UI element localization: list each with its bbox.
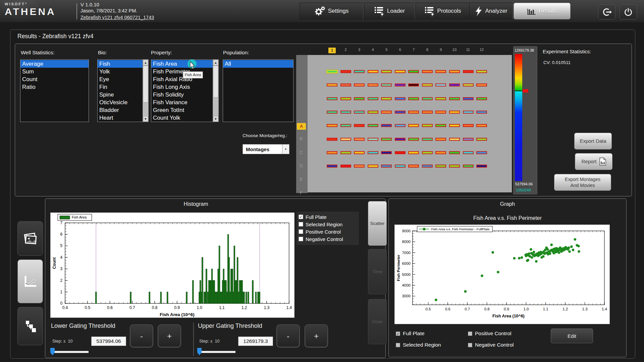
plate-well-A9[interactable] (435, 70, 446, 73)
plate-well-C8[interactable] (422, 97, 433, 100)
plate-well-A6[interactable] (395, 70, 406, 73)
plate-well-C12[interactable] (476, 97, 487, 100)
plate-well-F10[interactable] (449, 138, 460, 141)
population-option[interactable]: All (223, 60, 293, 68)
plate-well-C10[interactable] (449, 97, 460, 100)
scatter-chart[interactable]: 0.50.60.70.80.91.01.11.21.31.43000400050… (394, 225, 610, 324)
graph-checkbox-full-plate[interactable]: ✓ Full Plate (396, 330, 425, 337)
scrollbar-thumb[interactable] (143, 66, 148, 103)
plate-well-F8[interactable] (422, 138, 433, 141)
bio-option[interactable]: Bladder (98, 106, 143, 114)
slider-handle[interactable] (50, 348, 55, 355)
scatter-mode-button[interactable]: Scatter (368, 201, 387, 246)
plate-well-E9[interactable] (435, 124, 446, 127)
dose-mode-button[interactable]: Dose (368, 299, 387, 344)
plate-well-B5[interactable] (381, 83, 392, 86)
plate-well-F7[interactable] (408, 138, 419, 141)
checkbox-box[interactable] (468, 331, 472, 336)
plate-well-F4[interactable] (368, 138, 378, 141)
plate-well-C11[interactable] (463, 97, 474, 100)
property-option[interactable]: Count Yolk (151, 114, 213, 122)
plate-well-G6[interactable] (395, 151, 406, 154)
checkbox-full-plate[interactable]: ✓ Full Plate (299, 213, 359, 221)
property-scrollbar[interactable]: ▲ ▼ (213, 60, 218, 122)
plate-well-D4[interactable] (368, 111, 378, 114)
checkbox-negative-control[interactable]: Negative Control (299, 235, 359, 243)
plate-well-G12[interactable] (476, 151, 487, 154)
plate-well-E3[interactable] (354, 124, 365, 127)
plate-well-E12[interactable] (476, 124, 487, 127)
nav-protocols[interactable]: Protocols (416, 3, 469, 19)
plate-well-G11[interactable] (463, 151, 474, 154)
plate-row-header[interactable]: A (297, 123, 306, 130)
plate-well-B2[interactable] (340, 83, 351, 86)
plate-column-header[interactable]: 12 (478, 48, 485, 52)
plate-well-D11[interactable] (463, 111, 474, 114)
histogram-chart[interactable]: 0.40.50.60.70.80.91.01.11.21.31.40123456… (50, 213, 294, 318)
plate-well-F2[interactable] (340, 138, 351, 141)
plate-well-E11[interactable] (463, 124, 474, 127)
plate-well-B6[interactable] (395, 83, 406, 86)
plate-well-H2[interactable] (340, 165, 351, 168)
plate-column-header[interactable]: 5 (383, 48, 390, 52)
plate-well-A1[interactable] (327, 70, 337, 73)
scrollbar-thumb[interactable] (213, 66, 218, 98)
plate-well-D9[interactable] (435, 111, 446, 114)
plate-well-B12[interactable] (476, 83, 487, 86)
property-option[interactable]: Fish Area (151, 60, 213, 68)
plate-well-H8[interactable] (422, 165, 433, 168)
slider-track[interactable] (52, 351, 89, 353)
plate-well-F12[interactable] (476, 138, 487, 141)
graph-checkbox-selected-region[interactable]: Selected Region (396, 342, 441, 348)
plate-well-H11[interactable] (463, 165, 474, 168)
plate-well-C4[interactable] (368, 97, 378, 100)
plate-column-header[interactable]: 6 (396, 48, 404, 52)
plate-well-F11[interactable] (463, 138, 474, 141)
graphs-view-button[interactable] (17, 259, 43, 303)
workflow-view-button[interactable] (17, 307, 43, 345)
plate-well-B10[interactable] (449, 83, 460, 86)
bio-option[interactable]: Spine (98, 91, 143, 99)
property-listbox[interactable]: Fish AreaFish PerimeterFish Axial RatioF… (151, 59, 219, 122)
plate-well-F6[interactable] (395, 138, 406, 141)
plate-well-H10[interactable] (449, 165, 460, 168)
plate-row-header[interactable]: D (296, 164, 306, 168)
plate-well-B3[interactable] (354, 83, 365, 86)
upper-plus-button[interactable]: + (305, 324, 328, 348)
plate-well-D6[interactable] (395, 111, 406, 114)
montage-view-button[interactable] (17, 221, 43, 256)
plate-well-F9[interactable] (435, 138, 446, 141)
checkbox-box[interactable] (299, 222, 303, 227)
plate-column-header[interactable]: 4 (369, 48, 377, 52)
well-statistics-listbox[interactable]: AverageSumCountRatio (20, 59, 89, 122)
plate-well-B4[interactable] (368, 83, 378, 86)
nav-analyzer[interactable]: Analyzer (469, 3, 513, 19)
plate-well-B1[interactable] (327, 83, 337, 86)
plate-column-header[interactable]: 9 (437, 48, 444, 52)
plate-well-A3[interactable] (354, 70, 365, 73)
plate-well-H1[interactable] (327, 165, 337, 168)
plate-well-F3[interactable] (354, 138, 365, 141)
plate-well-C1[interactable] (327, 97, 337, 100)
property-option[interactable]: Fish Variance (151, 99, 213, 106)
export-montages-button[interactable]: Export MontagesAnd Movies (554, 174, 611, 191)
checkbox-box[interactable] (396, 343, 400, 347)
plate-well-A5[interactable] (381, 70, 392, 73)
plate-well-D5[interactable] (381, 111, 392, 114)
graph-checkbox-negative-control[interactable]: Negative Control (468, 342, 514, 348)
lower-threshold-value[interactable]: 537994.06 (91, 337, 126, 346)
plate-row-header[interactable]: E (296, 177, 306, 182)
plate-well-G9[interactable] (435, 151, 446, 154)
bio-option[interactable]: OticVesicle (98, 99, 143, 106)
plate-well-B9[interactable] (435, 83, 446, 86)
color-scale-bar[interactable] (515, 54, 522, 181)
nav-settings[interactable]: Settings (300, 3, 363, 19)
population-listbox[interactable]: All (223, 59, 293, 122)
plate-column-header[interactable]: 7 (410, 48, 417, 52)
bio-option[interactable]: Fish (98, 60, 143, 68)
plate-well-E2[interactable] (340, 124, 351, 127)
lower-threshold-slider[interactable] (50, 348, 91, 356)
logout-button[interactable] (598, 4, 615, 19)
well-statistics-option[interactable]: Sum (20, 68, 89, 75)
plate-well-E6[interactable] (395, 124, 406, 127)
